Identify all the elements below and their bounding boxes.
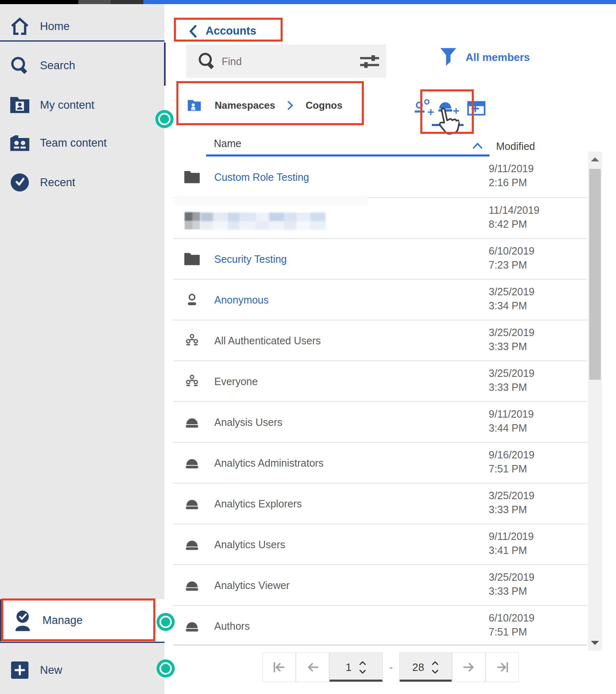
role-icon (184, 578, 200, 592)
folder-people-icon (10, 133, 30, 153)
sidebar-item-label: My content (40, 99, 94, 112)
row-name-label: Everyone (214, 375, 258, 387)
sidebar-divider-top (0, 40, 164, 42)
row-name-label: Analytics Explorers (214, 498, 302, 509)
table-scrollbar[interactable] (588, 152, 602, 651)
spinner-carets[interactable] (359, 661, 366, 674)
table-row[interactable]: Analytics Viewer3/25/20193:33 PM (173, 564, 587, 605)
group-icon (184, 374, 200, 388)
plus-square-icon (10, 661, 29, 680)
cognos-manage-accounts-screen: HomeSearchMy contentTeam contentRecent M… (0, 0, 616, 694)
column-header-name[interactable]: Name (214, 138, 241, 150)
page-end-spinner[interactable]: 28 (399, 652, 452, 682)
page-start-spinner[interactable]: 1 (329, 652, 383, 682)
group-icon (184, 334, 200, 348)
find-input[interactable] (221, 44, 346, 79)
sidebar-item-my-content[interactable]: My content (0, 88, 164, 122)
row-name-label: Analytics Users (214, 538, 285, 550)
sidebar-item-new[interactable]: New (0, 656, 164, 685)
sidebar-item-label: Manage (42, 614, 83, 627)
chevron-right-icon (286, 100, 295, 110)
sidebar-item-search[interactable]: Search (0, 49, 164, 82)
panel-edge-line (164, 42, 166, 86)
chevron-left-icon (188, 25, 197, 37)
table-row[interactable]: All Authenticated Users3/25/20193:33 PM (173, 320, 587, 360)
row-modified-timestamp: 3/25/20193:33 PM (489, 366, 534, 394)
row-name-link[interactable]: Custom Role Testing (214, 171, 309, 183)
search-icon (10, 55, 30, 76)
person-check-icon (14, 609, 31, 631)
row-name-link[interactable]: Security Testing (214, 253, 287, 265)
sidebar-item-home[interactable]: Home (0, 8, 164, 44)
breadcrumb-cognos[interactable]: Cognos (306, 100, 342, 111)
caret-up-icon (359, 661, 366, 666)
add-user-group-icon[interactable] (413, 98, 434, 118)
page-range-separator: - (383, 652, 399, 682)
role-icon (184, 497, 200, 511)
scrollbar-up-arrow[interactable] (591, 157, 599, 161)
table-row[interactable]: Analysis Users9/11/20193:44 PM (173, 401, 587, 442)
row-modified-timestamp: 9/11/20192:16 PM (489, 161, 534, 189)
sidebar-item-label: Home (40, 20, 70, 33)
folder-icon (184, 170, 200, 184)
sidebar-item-label: Recent (40, 176, 75, 189)
row-modified-timestamp: 6/10/20197:23 PM (489, 244, 534, 272)
add-folder-icon[interactable] (467, 98, 485, 117)
namespace-folder-icon (187, 99, 201, 112)
row-name-label: Analysis Users (214, 416, 282, 428)
row-name-label: Analytics Viewer (214, 579, 290, 591)
sort-ascending-icon[interactable] (472, 142, 483, 150)
row-name-link[interactable]: Anonymous (214, 294, 269, 306)
last-page-icon (495, 660, 509, 674)
caret-down-icon (359, 669, 366, 674)
blurred-name-text (201, 213, 326, 230)
first-page-icon (272, 660, 286, 674)
all-members-filter[interactable]: All members (440, 46, 530, 68)
person-icon (184, 293, 200, 307)
column-header-modified[interactable]: Modified (496, 140, 535, 152)
table-row[interactable]: Anonymous3/25/20193:34 PM (173, 279, 587, 320)
sidebar-item-team-content[interactable]: Team content (0, 126, 164, 160)
row-name-label: Analytics Administrators (214, 457, 323, 469)
breadcrumb-namespaces[interactable]: Namespaces (215, 100, 275, 111)
row-modified-timestamp: 3/25/20193:33 PM (489, 325, 534, 353)
table-row[interactable]: Everyone3/25/20193:33 PM (173, 360, 587, 401)
topbar-segment-gray2 (110, 0, 143, 4)
folder-person-icon (10, 95, 30, 115)
folder-icon (184, 252, 200, 266)
row-modified-timestamp: 3/25/20193:33 PM (489, 488, 534, 516)
filter-settings-icon[interactable] (360, 53, 379, 69)
table-row[interactable]: Analytics Administrators9/16/20197:51 PM (173, 442, 587, 483)
find-search-box[interactable] (186, 44, 386, 78)
sidebar-divider-bottom (0, 642, 164, 643)
role-icon (184, 415, 200, 429)
table-row[interactable]: Security Testing6/10/20197:23 PM (173, 238, 587, 279)
last-page-button[interactable] (485, 652, 519, 682)
back-label: Accounts (206, 25, 256, 37)
sidebar-item-manage[interactable]: Manage (0, 599, 164, 641)
row-modified-timestamp: 3/25/20193:33 PM (489, 570, 534, 598)
role-icon (184, 619, 200, 633)
scrollbar-thumb[interactable] (589, 169, 601, 380)
caret-down-icon (431, 669, 439, 674)
recent-icon (10, 172, 30, 193)
caret-up-icon (431, 661, 439, 666)
row-name-label: Authors (214, 620, 250, 632)
sidebar-item-label: Search (40, 59, 75, 72)
page-start-value: 1 (346, 661, 351, 674)
table-row[interactable]: Authors6/10/20197:51 PM (173, 605, 587, 646)
previous-page-icon (306, 660, 320, 674)
previous-page-button[interactable] (296, 652, 329, 682)
blurred-folder-icon (185, 212, 200, 229)
next-page-button[interactable] (452, 652, 485, 682)
role-icon (184, 537, 200, 551)
scrollbar-down-arrow[interactable] (591, 641, 599, 645)
back-button[interactable]: Accounts (188, 25, 256, 37)
table-row[interactable]: Analytics Explorers3/25/20193:33 PM (173, 483, 587, 523)
sidebar-item-recent[interactable]: Recent (0, 166, 164, 199)
table-row[interactable]: Analytics Users9/11/20193:41 PM (173, 523, 587, 564)
spinner-carets[interactable] (431, 661, 439, 674)
table-row[interactable]: Custom Role Testing9/11/20192:16 PM (173, 157, 587, 197)
sidebar-item-label: New (40, 664, 62, 677)
first-page-button[interactable] (262, 652, 296, 682)
